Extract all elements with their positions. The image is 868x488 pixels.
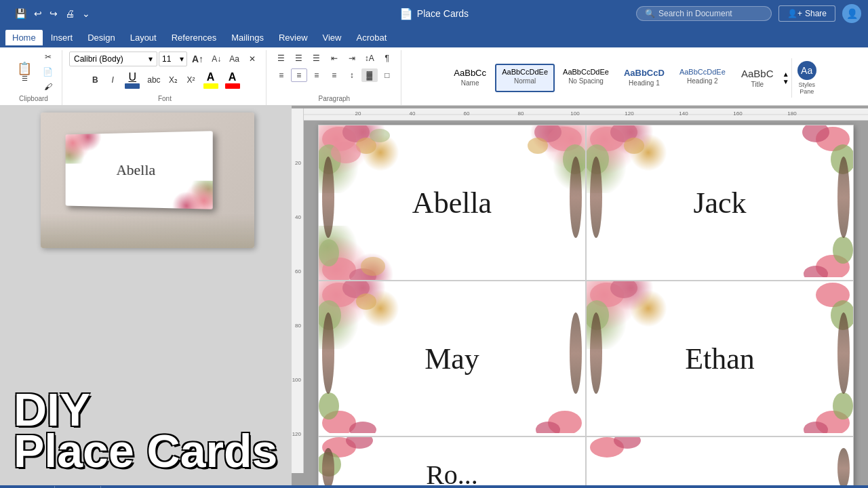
feather-right-4 bbox=[837, 312, 850, 394]
diy-overlay: DIY Place Cards bbox=[0, 382, 292, 479]
word-document: ✛ bbox=[318, 125, 854, 485]
menu-design[interactable]: Design bbox=[81, 30, 121, 45]
copy-button[interactable]: 📄 bbox=[39, 65, 56, 79]
clear-format-button[interactable]: ✕ bbox=[244, 52, 260, 66]
style-name[interactable]: AaBbCc Name bbox=[446, 64, 494, 92]
menu-mailings[interactable]: Mailings bbox=[224, 30, 271, 45]
ruler-marks-h bbox=[304, 108, 868, 121]
place-card-1[interactable]: Abella bbox=[318, 125, 586, 281]
show-hide-button[interactable]: ¶ bbox=[379, 52, 395, 65]
style-heading1[interactable]: AaBbCcD Heading 1 bbox=[617, 64, 671, 92]
bullets-button[interactable]: ☰ bbox=[273, 52, 290, 65]
place-card-6[interactable] bbox=[586, 436, 854, 485]
shading-button[interactable]: ▓ bbox=[361, 68, 378, 82]
titlebar: 💾 ↩ ↪ 🖨 ⌄ 📄 Place Cards 🔍 Search in Docu… bbox=[0, 0, 868, 27]
print-button[interactable]: 🖨 bbox=[62, 7, 77, 20]
card-floral-tl bbox=[66, 134, 103, 163]
styles-section: AaBbCc Name AaBbCcDdEe Normal AaBbCcDdEe… bbox=[446, 52, 819, 104]
place-card-3[interactable]: May bbox=[318, 281, 586, 436]
place-card-2[interactable]: Jack bbox=[586, 125, 854, 281]
cards-grid: Abella bbox=[318, 125, 854, 485]
search-bar[interactable]: 🔍 Search in Document bbox=[636, 6, 772, 21]
style-normal[interactable]: AaBbCcDdEe Normal bbox=[495, 64, 555, 92]
redo-button[interactable]: ↪ bbox=[47, 7, 60, 20]
menu-layout[interactable]: Layout bbox=[123, 30, 163, 45]
align-right-button[interactable]: ≡ bbox=[309, 68, 325, 82]
superscript-button[interactable]: X² bbox=[183, 73, 199, 87]
search-placeholder: Search in Document bbox=[658, 9, 732, 18]
increase-indent-button[interactable]: ⇥ bbox=[344, 52, 360, 65]
clipboard-label: Clipboard bbox=[19, 95, 48, 104]
menu-insert[interactable]: Insert bbox=[44, 30, 80, 45]
font-size-selector[interactable]: 11 ▾ bbox=[159, 52, 187, 66]
align-left-button[interactable]: ≡ bbox=[273, 68, 290, 82]
highlight-color bbox=[203, 83, 218, 89]
styles-pane-button[interactable]: Aa StylesPane bbox=[791, 58, 819, 98]
style-no-spacing[interactable]: AaBbCcDdEe No Spacing bbox=[556, 64, 616, 92]
decrease-indent-button[interactable]: ⇤ bbox=[326, 52, 342, 65]
paste-icon: 📋 bbox=[17, 62, 32, 75]
status-bar: Page 1 of 1 4 words English (United Stat… bbox=[0, 485, 868, 488]
cut-button[interactable]: ✂ bbox=[39, 50, 56, 64]
text-highlight-button[interactable]: A bbox=[201, 70, 221, 90]
share-button[interactable]: 👤+ Share bbox=[778, 5, 835, 22]
font-family-selector[interactable]: Calibri (Body) ▾ bbox=[69, 52, 157, 66]
card-floral-br bbox=[170, 180, 212, 209]
line-spacing-button[interactable]: ↕ bbox=[344, 68, 360, 82]
align-center-button[interactable]: ≡ bbox=[291, 68, 307, 82]
undo-button[interactable]: ↩ bbox=[31, 7, 45, 20]
menu-home[interactable]: Home bbox=[5, 30, 43, 45]
more-button[interactable]: ⌄ bbox=[79, 7, 93, 20]
bold-button[interactable]: B bbox=[87, 73, 103, 87]
card-name-5: Ro... bbox=[426, 458, 478, 485]
feather-right-2 bbox=[837, 157, 850, 238]
menu-view[interactable]: View bbox=[316, 30, 349, 45]
svg-point-14 bbox=[361, 257, 385, 276]
user-avatar[interactable]: 👤 bbox=[842, 4, 861, 23]
decrease-font-button[interactable]: A↓ bbox=[208, 52, 224, 66]
border-button[interactable]: □ bbox=[379, 68, 395, 82]
menu-acrobat[interactable]: Acrobat bbox=[349, 30, 393, 45]
feather-right-3 bbox=[570, 312, 582, 394]
font-color-indicator bbox=[225, 83, 240, 89]
place-card-4[interactable]: Ethan bbox=[586, 281, 854, 436]
card-name-1: Abella bbox=[412, 186, 492, 220]
subscript-button[interactable]: X₂ bbox=[165, 73, 182, 87]
underline-button[interactable]: U bbox=[122, 70, 142, 90]
paragraph-label: Paragraph bbox=[318, 95, 350, 104]
style-title[interactable]: AaBbC Title bbox=[734, 64, 781, 92]
paste-button[interactable]: 📋 ☰ bbox=[11, 52, 38, 92]
preview-card: Abella bbox=[41, 113, 254, 248]
sort-button[interactable]: ↕A bbox=[361, 52, 378, 65]
underline-color bbox=[125, 83, 140, 89]
font-color-button[interactable]: A bbox=[222, 70, 243, 90]
svg-point-5 bbox=[331, 142, 361, 163]
ribbon-group-styles: AaBbCc Name AaBbCcDdEe Normal AaBbCcDdEe… bbox=[403, 50, 863, 105]
menu-references[interactable]: References bbox=[165, 30, 223, 45]
ribbon-group-clipboard: 📋 ☰ ✂ 📄 🖌 Clipboard bbox=[5, 50, 62, 105]
feather-right-6 bbox=[837, 448, 850, 485]
numbering-button[interactable]: ☰ bbox=[291, 52, 307, 65]
feather-left-2 bbox=[590, 157, 602, 238]
feather-right-1 bbox=[570, 157, 582, 238]
svg-point-28 bbox=[356, 293, 376, 310]
styles-container: AaBbCc Name AaBbCcDdEe Normal AaBbCcDdEe… bbox=[446, 64, 789, 92]
strikethrough-button[interactable]: abc bbox=[144, 73, 163, 87]
multilevel-button[interactable]: ☰ bbox=[309, 52, 325, 65]
change-case-button[interactable]: Aa bbox=[226, 52, 243, 66]
menu-review[interactable]: Review bbox=[272, 30, 315, 45]
svg-point-10 bbox=[528, 138, 548, 154]
ribbon-group-paragraph: ☰ ☰ ☰ ⇤ ⇥ ↕A ¶ ≡ ≡ ≡ ≡ ↕ ▓ □ Paragraph bbox=[268, 50, 401, 105]
card-name-2: Jack bbox=[693, 186, 746, 220]
format-painter-button[interactable]: 🖌 bbox=[39, 80, 56, 94]
feather-left-1 bbox=[322, 157, 334, 238]
style-heading2[interactable]: AaBbCcDdEe Heading 2 bbox=[673, 64, 732, 92]
increase-font-button[interactable]: A↑ bbox=[189, 52, 207, 66]
italic-button[interactable]: I bbox=[104, 73, 121, 87]
justify-button[interactable]: ≡ bbox=[326, 68, 342, 82]
save-button[interactable]: 💾 bbox=[12, 7, 29, 20]
card-body: Abella bbox=[66, 131, 213, 209]
place-card-5[interactable]: Ro... bbox=[318, 436, 586, 485]
styles-scroll-up[interactable]: ▲ ▼ bbox=[783, 64, 789, 92]
left-panel: Abella DIY Place Cards bbox=[0, 106, 292, 485]
